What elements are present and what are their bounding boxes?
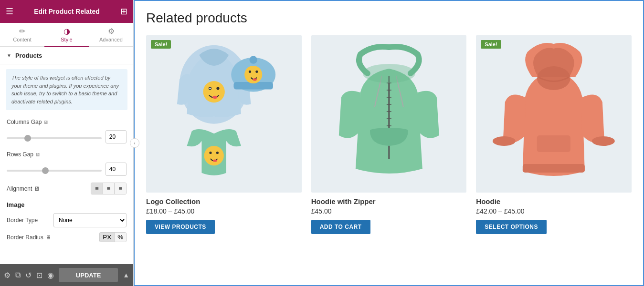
hamburger-icon[interactable]: ☰ [6, 6, 13, 17]
product-btn-2[interactable]: SELECT OPTIONS [476, 220, 547, 234]
tab-advanced-label: Advanced [99, 37, 123, 42]
svg-point-8 [249, 56, 257, 64]
align-btn-group: ≡ ≡ ≡ [91, 183, 127, 194]
svg-rect-32 [537, 135, 570, 152]
tab-content-label: Content [13, 37, 32, 42]
align-left-btn[interactable]: ≡ [91, 183, 103, 194]
svg-point-14 [209, 152, 211, 154]
monitor-icon-align: 🖥 [34, 185, 40, 192]
image-section-title: Image [0, 197, 133, 210]
settings-icon[interactable]: ⚙ [4, 271, 11, 280]
sale-badge-0: Sale! [151, 40, 171, 49]
product-image-svg-1 [311, 35, 467, 193]
update-button[interactable]: UPDATE [59, 268, 118, 282]
product-image-wrap-2: Sale! [476, 35, 632, 193]
footer-chevron-icon[interactable]: ▲ [123, 271, 129, 279]
product-image-wrap-1 [311, 35, 467, 193]
unit-px-btn[interactable]: PX [100, 233, 115, 242]
panel-title: Edit Product Related [34, 8, 100, 15]
product-name-2: Hoodie [476, 197, 632, 205]
grid-icon[interactable]: ⊞ [120, 6, 127, 17]
columns-gap-control: Columns Gap 🖥 [0, 115, 133, 129]
svg-point-13 [204, 146, 224, 165]
page-title: Related products [146, 10, 632, 26]
svg-point-10 [249, 71, 251, 73]
left-panel-wrapper: ☰ Edit Product Related ⊞ ✏ Content ◑ Sty… [0, 0, 134, 286]
alignment-label: Alignment 🖥 [7, 185, 87, 192]
border-radius-label: Border Radius 🖥 [7, 234, 95, 241]
products-section-header[interactable]: ▼ Products [0, 47, 133, 64]
rows-gap-slider-container [7, 165, 102, 174]
product-price-0: £18.00 – £45.00 [146, 207, 302, 215]
border-radius-row: Border Radius 🖥 PX % [0, 230, 133, 244]
panel-header: ☰ Edit Product Related ⊞ [0, 0, 133, 23]
rows-gap-control: Rows Gap 🖥 [0, 147, 133, 162]
tab-style-label: Style [61, 37, 72, 42]
columns-gap-slider[interactable] [7, 137, 102, 139]
svg-point-5 [212, 96, 217, 99]
history-icon[interactable]: ↺ [25, 271, 32, 280]
svg-point-1 [203, 81, 225, 102]
right-panel: Related products Sale! [134, 0, 644, 286]
collapse-handle[interactable]: ‹ [130, 138, 139, 148]
info-text: The style of this widget is often affect… [11, 75, 119, 104]
products-section-label: Products [15, 52, 42, 59]
info-box: The style of this widget is often affect… [6, 69, 127, 110]
advanced-tab-icon: ⚙ [108, 27, 115, 36]
unit-percent-btn[interactable]: % [115, 233, 126, 242]
rows-gap-slider[interactable] [7, 170, 102, 172]
svg-point-12 [253, 78, 257, 81]
monitor-icon-rows: 🖥 [35, 152, 40, 157]
layers-icon[interactable]: ⧉ [15, 271, 21, 279]
columns-gap-value[interactable]: 20 [106, 130, 127, 143]
alignment-row: Alignment 🖥 ≡ ≡ ≡ [0, 180, 133, 197]
columns-gap-slider-container [7, 133, 102, 141]
tab-style[interactable]: ◑ Style [44, 23, 89, 47]
align-center-btn[interactable]: ≡ [103, 183, 115, 194]
left-panel: ☰ Edit Product Related ⊞ ✏ Content ◑ Sty… [0, 0, 134, 286]
svg-point-28 [493, 136, 516, 146]
tab-advanced[interactable]: ⚙ Advanced [89, 23, 133, 47]
content-tab-icon: ✏ [19, 27, 25, 36]
border-type-row: Border Type None Solid Dashed Dotted Dou… [0, 210, 133, 230]
monitor-icon-columns: 🖥 [43, 120, 48, 125]
preview-icon[interactable]: ◉ [47, 271, 54, 280]
monitor-icon-radius: 🖥 [45, 234, 51, 241]
product-price-1: £45.00 [311, 207, 467, 215]
chevron-icon: ▼ [7, 53, 11, 58]
style-tab-icon: ◑ [63, 27, 70, 36]
panel-tabs: ✏ Content ◑ Style ⚙ Advanced [0, 23, 133, 47]
columns-gap-slider-row: 20 [0, 129, 133, 147]
product-name-0: Logo Collection [146, 197, 302, 205]
products-grid: Sale! [146, 35, 632, 234]
sale-badge-2: Sale! [481, 40, 501, 49]
svg-point-29 [592, 136, 615, 146]
rows-gap-slider-row: 40 [0, 162, 133, 180]
rows-gap-label: Rows Gap 🖥 [7, 151, 127, 158]
svg-point-9 [244, 66, 262, 83]
align-right-btn[interactable]: ≡ [115, 183, 126, 194]
product-btn-0[interactable]: VIEW PRODUCTS [146, 220, 215, 234]
border-type-select[interactable]: None Solid Dashed Dotted Double [53, 213, 127, 227]
product-btn-1[interactable]: ADD TO CART [311, 220, 370, 234]
product-card-0: Sale! [146, 35, 302, 234]
panel-body: ▼ Products The style of this widget is o… [0, 47, 133, 264]
product-card-1: Hoodie with Zipper £45.00 ADD TO CART [311, 35, 467, 234]
rows-gap-value[interactable]: 40 [106, 163, 127, 176]
panel-footer: ⚙ ⧉ ↺ ⊡ ◉ UPDATE ▲ [0, 264, 133, 286]
svg-point-11 [255, 71, 258, 73]
product-image-svg-2 [476, 35, 632, 193]
columns-gap-label: Columns Gap 🖥 [7, 119, 127, 125]
tab-content[interactable]: ✏ Content [0, 23, 44, 47]
svg-point-15 [216, 152, 219, 154]
unit-toggle: PX % [99, 232, 127, 242]
svg-rect-30 [523, 164, 585, 173]
responsive-icon[interactable]: ⊡ [36, 271, 42, 280]
product-image-svg-0 [146, 35, 302, 193]
svg-point-4 [209, 88, 211, 89]
product-price-2: £42.00 – £45.00 [476, 207, 632, 215]
border-type-label: Border Type [7, 217, 50, 224]
svg-point-16 [213, 159, 217, 162]
svg-point-27 [362, 64, 415, 83]
svg-point-3 [216, 87, 219, 90]
